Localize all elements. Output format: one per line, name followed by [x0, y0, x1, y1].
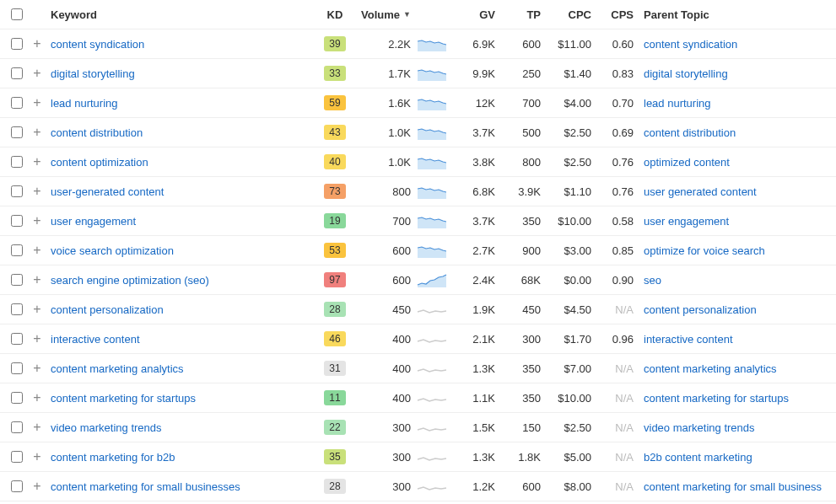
- expand-row-button[interactable]: +: [27, 449, 47, 464]
- parent-topic-link[interactable]: content distribution: [644, 126, 736, 139]
- plus-icon: +: [33, 420, 40, 435]
- tp-cell: 300: [495, 333, 541, 346]
- expand-row-button[interactable]: +: [27, 302, 47, 317]
- expand-row-button[interactable]: +: [27, 125, 47, 140]
- cpc-cell: $4.50: [541, 303, 591, 316]
- keyword-cell: lead nurturing: [47, 97, 315, 110]
- header-gv[interactable]: GV: [450, 8, 495, 21]
- keyword-link[interactable]: digital storytelling: [51, 67, 135, 80]
- parent-topic-link[interactable]: digital storytelling: [644, 67, 728, 80]
- keyword-link[interactable]: content marketing for startups: [51, 392, 196, 405]
- expand-row-button[interactable]: +: [27, 361, 47, 376]
- keyword-link[interactable]: content syndication: [51, 38, 144, 51]
- row-checkbox[interactable]: [11, 156, 23, 168]
- header-volume[interactable]: Volume ▼: [355, 8, 414, 21]
- row-checkbox[interactable]: [11, 185, 23, 197]
- header-keyword[interactable]: Keyword: [47, 8, 315, 21]
- keyword-link[interactable]: content marketing for small businesses: [51, 480, 240, 493]
- row-checkbox[interactable]: [11, 215, 23, 227]
- parent-topic-link[interactable]: optimized content: [644, 156, 730, 169]
- row-checkbox[interactable]: [11, 97, 23, 109]
- parent-topic-link[interactable]: b2b content marketing: [644, 451, 752, 464]
- keyword-link[interactable]: content personalization: [51, 303, 164, 316]
- kd-cell: 31: [315, 361, 355, 376]
- expand-row-button[interactable]: +: [27, 479, 47, 494]
- parent-topic-link[interactable]: lead nurturing: [644, 97, 711, 110]
- expand-row-button[interactable]: +: [27, 95, 47, 110]
- row-checkbox[interactable]: [11, 303, 23, 315]
- header-kd[interactable]: KD: [315, 8, 355, 21]
- gv-cell: 3.7K: [450, 126, 495, 139]
- expand-row-button[interactable]: +: [27, 154, 47, 169]
- cpc-cell: $10.00: [541, 215, 591, 228]
- row-checkbox[interactable]: [11, 480, 23, 492]
- keyword-link[interactable]: interactive content: [51, 333, 140, 346]
- cps-cell: 0.90: [591, 274, 634, 287]
- parent-topic-link[interactable]: video marketing trends: [644, 421, 755, 434]
- parent-topic-link[interactable]: seo: [644, 274, 661, 287]
- expand-row-button[interactable]: +: [27, 36, 47, 51]
- tp-cell: 500: [495, 126, 541, 139]
- tp-cell: 3.9K: [495, 185, 541, 198]
- parent-topic-link[interactable]: content marketing analytics: [644, 362, 777, 375]
- keyword-cell: voice search optimization: [47, 244, 315, 257]
- keyword-link[interactable]: content optimization: [51, 156, 148, 169]
- trend-sparkline: [414, 154, 450, 169]
- expand-row-button[interactable]: +: [27, 184, 47, 199]
- parent-topic-link[interactable]: interactive content: [644, 333, 733, 346]
- trend-sparkline: [414, 331, 450, 346]
- parent-topic-link[interactable]: content marketing for startups: [644, 392, 789, 405]
- kd-cell: 35: [315, 449, 355, 464]
- row-checkbox[interactable]: [11, 67, 23, 79]
- keyword-link[interactable]: content marketing for b2b: [51, 451, 175, 464]
- row-checkbox[interactable]: [11, 362, 23, 374]
- row-checkbox[interactable]: [11, 244, 23, 256]
- row-checkbox[interactable]: [11, 421, 23, 433]
- parent-topic-link[interactable]: content marketing for small business: [644, 480, 822, 493]
- table-row: +content marketing analytics314001.3K350…: [0, 354, 836, 383]
- row-checkbox[interactable]: [11, 126, 23, 138]
- cps-cell: 0.76: [591, 185, 634, 198]
- parent-topic-link[interactable]: user generated content: [644, 185, 757, 198]
- parent-topic-link[interactable]: content syndication: [644, 38, 737, 51]
- row-select-cell: [7, 303, 27, 315]
- parent-topic-link[interactable]: content personalization: [644, 303, 757, 316]
- keyword-link[interactable]: content distribution: [51, 126, 143, 139]
- keyword-link[interactable]: user engagement: [51, 215, 136, 228]
- keyword-link[interactable]: content marketing analytics: [51, 362, 184, 375]
- row-checkbox[interactable]: [11, 451, 23, 463]
- parent-topic-link[interactable]: user engagement: [644, 215, 729, 228]
- header-tp[interactable]: TP: [495, 8, 541, 21]
- expand-row-button[interactable]: +: [27, 66, 47, 81]
- kd-badge: 59: [324, 95, 346, 110]
- row-checkbox[interactable]: [11, 392, 23, 404]
- parent-cell: b2b content marketing: [634, 451, 829, 464]
- parent-topic-link[interactable]: optimize for voice search: [644, 244, 765, 257]
- keyword-link[interactable]: voice search optimization: [51, 244, 174, 257]
- keyword-link[interactable]: search engine optimization (seo): [51, 274, 209, 287]
- table-row: +interactive content464002.1K300$1.700.9…: [0, 324, 836, 354]
- tp-cell: 600: [495, 480, 541, 493]
- plus-icon: +: [33, 36, 40, 51]
- tp-cell: 350: [495, 392, 541, 405]
- header-cps[interactable]: CPS: [591, 8, 634, 21]
- header-parent[interactable]: Parent Topic: [634, 8, 829, 21]
- expand-row-button[interactable]: +: [27, 213, 47, 228]
- sort-desc-icon: ▼: [403, 10, 411, 19]
- keyword-link[interactable]: video marketing trends: [51, 421, 162, 434]
- header-cpc[interactable]: CPC: [541, 8, 591, 21]
- expand-row-button[interactable]: +: [27, 420, 47, 435]
- tp-cell: 150: [495, 421, 541, 434]
- keyword-link[interactable]: user-generated content: [51, 185, 164, 198]
- expand-row-button[interactable]: +: [27, 331, 47, 346]
- row-checkbox[interactable]: [11, 38, 23, 50]
- expand-row-button[interactable]: +: [27, 272, 47, 287]
- plus-icon: +: [33, 272, 40, 287]
- expand-row-button[interactable]: +: [27, 243, 47, 258]
- row-checkbox[interactable]: [11, 274, 23, 286]
- expand-row-button[interactable]: +: [27, 390, 47, 405]
- keyword-link[interactable]: lead nurturing: [51, 97, 118, 110]
- table-row: +content optimization401.0K3.8K800$2.500…: [0, 147, 836, 177]
- row-checkbox[interactable]: [11, 333, 23, 345]
- select-all-checkbox[interactable]: [11, 8, 23, 20]
